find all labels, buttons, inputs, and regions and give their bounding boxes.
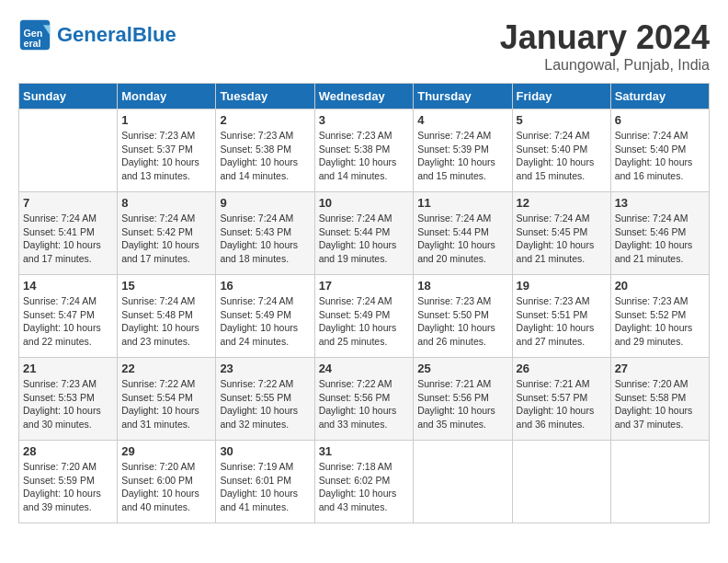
day-number: 18 <box>417 279 507 293</box>
day-info: Sunrise: 7:21 AM Sunset: 5:56 PM Dayligh… <box>417 377 507 431</box>
day-number: 24 <box>319 362 410 375</box>
day-info: Sunrise: 7:24 AM Sunset: 5:45 PM Dayligh… <box>517 212 607 266</box>
day-info: Sunrise: 7:21 AM Sunset: 5:57 PM Dayligh… <box>517 377 607 431</box>
day-info: Sunrise: 7:20 AM Sunset: 5:59 PM Dayligh… <box>23 460 113 514</box>
day-info: Sunrise: 7:22 AM Sunset: 5:56 PM Dayligh… <box>319 377 410 431</box>
page-header: Gen eral GeneralBlue January 2024 Laungo… <box>18 18 710 74</box>
day-number: 28 <box>23 444 113 458</box>
calendar-cell: 5Sunrise: 7:24 AM Sunset: 5:40 PM Daylig… <box>512 109 610 192</box>
day-info: Sunrise: 7:24 AM Sunset: 5:40 PM Dayligh… <box>517 129 607 183</box>
day-info: Sunrise: 7:18 AM Sunset: 6:02 PM Dayligh… <box>319 460 410 514</box>
day-number: 21 <box>23 362 113 375</box>
week-row-2: 7Sunrise: 7:24 AM Sunset: 5:41 PM Daylig… <box>19 192 710 275</box>
day-number: 7 <box>23 196 113 210</box>
weekday-header-wednesday: Wednesday <box>314 84 414 109</box>
calendar-cell: 21Sunrise: 7:23 AM Sunset: 5:53 PM Dayli… <box>19 358 118 441</box>
day-number: 9 <box>220 196 310 210</box>
calendar-cell: 7Sunrise: 7:24 AM Sunset: 5:41 PM Daylig… <box>19 192 118 275</box>
day-number: 23 <box>220 362 310 375</box>
calendar-cell: 3Sunrise: 7:23 AM Sunset: 5:38 PM Daylig… <box>314 109 414 192</box>
day-info: Sunrise: 7:24 AM Sunset: 5:44 PM Dayligh… <box>417 212 507 266</box>
calendar-cell: 13Sunrise: 7:24 AM Sunset: 5:46 PM Dayli… <box>610 192 709 275</box>
day-number: 29 <box>121 444 211 458</box>
day-info: Sunrise: 7:24 AM Sunset: 5:48 PM Dayligh… <box>121 294 211 349</box>
title-area: January 2024 Laungowal, Punjab, India <box>500 18 710 74</box>
day-number: 10 <box>319 196 410 210</box>
day-info: Sunrise: 7:23 AM Sunset: 5:38 PM Dayligh… <box>319 129 410 183</box>
calendar-subtitle: Laungowal, Punjab, India <box>500 57 710 74</box>
calendar-cell: 8Sunrise: 7:24 AM Sunset: 5:42 PM Daylig… <box>118 192 216 275</box>
calendar-cell: 23Sunrise: 7:22 AM Sunset: 5:55 PM Dayli… <box>216 358 314 441</box>
calendar-cell <box>610 441 709 523</box>
day-number: 25 <box>417 362 507 375</box>
day-info: Sunrise: 7:19 AM Sunset: 6:01 PM Dayligh… <box>220 460 310 514</box>
logo-text: GeneralBlue <box>57 25 176 45</box>
day-number: 14 <box>23 279 113 293</box>
day-info: Sunrise: 7:24 AM Sunset: 5:47 PM Dayligh… <box>23 294 113 349</box>
calendar-cell: 30Sunrise: 7:19 AM Sunset: 6:01 PM Dayli… <box>216 441 314 523</box>
day-info: Sunrise: 7:24 AM Sunset: 5:49 PM Dayligh… <box>220 294 310 349</box>
day-info: Sunrise: 7:24 AM Sunset: 5:49 PM Dayligh… <box>319 294 410 349</box>
calendar-cell: 16Sunrise: 7:24 AM Sunset: 5:49 PM Dayli… <box>216 275 314 358</box>
day-number: 6 <box>615 113 705 127</box>
calendar-cell: 15Sunrise: 7:24 AM Sunset: 5:48 PM Dayli… <box>118 275 216 358</box>
week-row-1: 1Sunrise: 7:23 AM Sunset: 5:37 PM Daylig… <box>19 109 710 192</box>
day-number: 1 <box>121 113 211 127</box>
calendar-cell: 14Sunrise: 7:24 AM Sunset: 5:47 PM Dayli… <box>19 275 118 358</box>
calendar-cell: 26Sunrise: 7:21 AM Sunset: 5:57 PM Dayli… <box>512 358 610 441</box>
calendar-cell: 31Sunrise: 7:18 AM Sunset: 6:02 PM Dayli… <box>314 441 414 523</box>
calendar-cell <box>512 441 610 523</box>
day-info: Sunrise: 7:24 AM Sunset: 5:40 PM Dayligh… <box>615 129 705 183</box>
day-info: Sunrise: 7:24 AM Sunset: 5:39 PM Dayligh… <box>417 129 507 183</box>
calendar-cell: 9Sunrise: 7:24 AM Sunset: 5:43 PM Daylig… <box>216 192 314 275</box>
calendar-cell: 12Sunrise: 7:24 AM Sunset: 5:45 PM Dayli… <box>512 192 610 275</box>
day-number: 31 <box>319 444 410 458</box>
weekday-header-row: SundayMondayTuesdayWednesdayThursdayFrid… <box>19 84 710 109</box>
day-number: 12 <box>517 196 607 210</box>
day-number: 15 <box>121 279 211 293</box>
day-number: 5 <box>517 113 607 127</box>
day-number: 30 <box>220 444 310 458</box>
day-info: Sunrise: 7:23 AM Sunset: 5:51 PM Dayligh… <box>517 294 607 349</box>
weekday-header-thursday: Thursday <box>414 84 512 109</box>
day-info: Sunrise: 7:23 AM Sunset: 5:38 PM Dayligh… <box>220 129 310 183</box>
day-number: 20 <box>615 279 705 293</box>
logo-general: General <box>57 23 132 46</box>
day-info: Sunrise: 7:22 AM Sunset: 5:55 PM Dayligh… <box>220 377 310 431</box>
day-info: Sunrise: 7:22 AM Sunset: 5:54 PM Dayligh… <box>121 377 211 431</box>
day-number: 2 <box>220 113 310 127</box>
day-info: Sunrise: 7:24 AM Sunset: 5:41 PM Dayligh… <box>23 212 113 266</box>
day-info: Sunrise: 7:24 AM Sunset: 5:46 PM Dayligh… <box>615 212 705 266</box>
weekday-header-tuesday: Tuesday <box>216 84 314 109</box>
calendar-cell: 17Sunrise: 7:24 AM Sunset: 5:49 PM Dayli… <box>314 275 414 358</box>
weekday-header-friday: Friday <box>512 84 610 109</box>
day-number: 11 <box>417 196 507 210</box>
day-number: 16 <box>220 279 310 293</box>
calendar-cell: 4Sunrise: 7:24 AM Sunset: 5:39 PM Daylig… <box>414 109 512 192</box>
day-info: Sunrise: 7:23 AM Sunset: 5:50 PM Dayligh… <box>417 294 507 349</box>
day-info: Sunrise: 7:23 AM Sunset: 5:52 PM Dayligh… <box>615 294 705 349</box>
day-info: Sunrise: 7:24 AM Sunset: 5:43 PM Dayligh… <box>220 212 310 266</box>
calendar-cell: 18Sunrise: 7:23 AM Sunset: 5:50 PM Dayli… <box>414 275 512 358</box>
day-number: 8 <box>121 196 211 210</box>
calendar-cell: 22Sunrise: 7:22 AM Sunset: 5:54 PM Dayli… <box>118 358 216 441</box>
calendar-cell: 20Sunrise: 7:23 AM Sunset: 5:52 PM Dayli… <box>610 275 709 358</box>
day-number: 26 <box>517 362 607 375</box>
week-row-3: 14Sunrise: 7:24 AM Sunset: 5:47 PM Dayli… <box>19 275 710 358</box>
week-row-5: 28Sunrise: 7:20 AM Sunset: 5:59 PM Dayli… <box>19 441 710 523</box>
week-row-4: 21Sunrise: 7:23 AM Sunset: 5:53 PM Dayli… <box>19 358 710 441</box>
calendar-cell <box>19 109 118 192</box>
day-number: 22 <box>121 362 211 375</box>
day-number: 13 <box>615 196 705 210</box>
calendar-header: SundayMondayTuesdayWednesdayThursdayFrid… <box>19 84 710 109</box>
day-info: Sunrise: 7:24 AM Sunset: 5:44 PM Dayligh… <box>319 212 410 266</box>
calendar-cell: 19Sunrise: 7:23 AM Sunset: 5:51 PM Dayli… <box>512 275 610 358</box>
weekday-header-saturday: Saturday <box>610 84 709 109</box>
logo-blue: Blue <box>132 23 176 46</box>
day-info: Sunrise: 7:20 AM Sunset: 6:00 PM Dayligh… <box>121 460 211 514</box>
logo: Gen eral GeneralBlue <box>18 18 176 52</box>
calendar-cell: 6Sunrise: 7:24 AM Sunset: 5:40 PM Daylig… <box>610 109 709 192</box>
calendar-cell: 24Sunrise: 7:22 AM Sunset: 5:56 PM Dayli… <box>314 358 414 441</box>
day-number: 3 <box>319 113 410 127</box>
calendar-cell: 2Sunrise: 7:23 AM Sunset: 5:38 PM Daylig… <box>216 109 314 192</box>
